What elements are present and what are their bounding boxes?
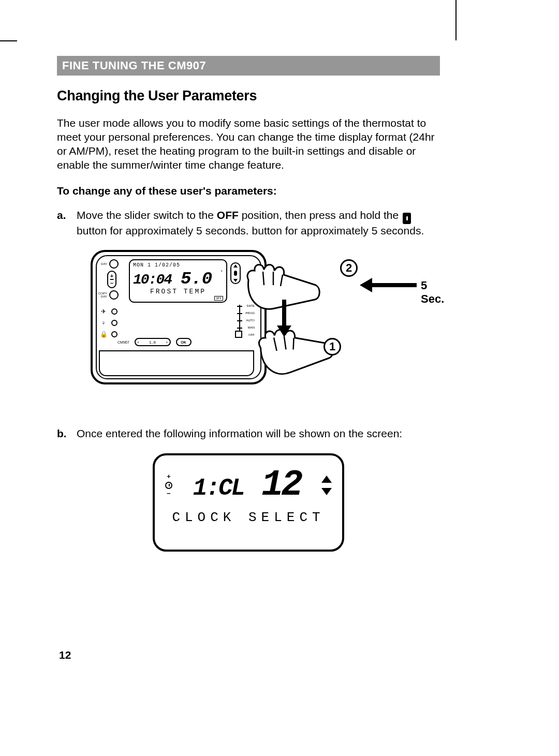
slider-knob	[235, 331, 242, 338]
time-adjust-icon: + −	[165, 473, 172, 498]
chevron-left-icon: ‹	[138, 340, 139, 345]
minus-icon: −	[167, 490, 171, 498]
triangle-up-icon	[321, 476, 332, 483]
lead-in: To change any of these user's parameters…	[57, 185, 440, 197]
manual-page: FINE TUNING THE CM907 Changing the User …	[0, 0, 559, 756]
nav-pill: ‹ 1..6 ›	[135, 338, 171, 346]
plus-minus-pill: +−	[107, 271, 116, 288]
up-down-arrows	[321, 476, 332, 495]
clock-icon	[165, 482, 172, 489]
steps-list: a. Move the slider switch to the OFF pos…	[57, 209, 440, 238]
copy-day-button: COPY DAY	[98, 290, 127, 300]
callout-1: 1	[323, 338, 341, 355]
text-run: Move the slider switch to the	[77, 209, 217, 221]
arrow-down-icon	[277, 300, 291, 337]
callout-2: 2	[340, 259, 358, 277]
info-button-icon	[403, 213, 411, 224]
step-text: Move the slider switch to the OFF positi…	[77, 209, 440, 238]
thermometer-icon	[234, 271, 237, 276]
step-marker: b.	[57, 427, 71, 441]
step-b: b. Once entered the following informatio…	[57, 427, 440, 441]
bold-off: OFF	[217, 209, 239, 221]
day-label: DAY	[98, 262, 107, 265]
arrow-left-icon	[360, 278, 417, 292]
lock-icon: 🔒	[100, 331, 107, 338]
degree-icon: °	[220, 270, 223, 275]
front-flap	[99, 350, 254, 376]
page-number: 12	[59, 649, 71, 661]
slider-label: AUTO	[246, 319, 255, 322]
plus-icon: +	[167, 473, 171, 481]
party-icon: ♀	[100, 319, 107, 327]
chevron-right-icon: ›	[166, 340, 168, 345]
step-a: a. Move the slider switch to the OFF pos…	[57, 209, 440, 238]
ring-icon	[109, 259, 119, 269]
step-marker: a.	[57, 209, 71, 238]
section-bar: FINE TUNING THE CM907	[57, 56, 440, 76]
crop-mark	[455, 0, 457, 40]
lcd-temp: 5.0	[181, 269, 212, 289]
left-buttons: DAY +− COPY DAY	[98, 259, 127, 302]
lcd-time: 10:04	[133, 272, 171, 288]
step-text: Once entered the following information w…	[77, 427, 440, 441]
param-code: 1:CL	[193, 475, 244, 502]
thermostat-body: DAY +− COPY DAY ✈ ♀ 🔒	[91, 250, 267, 384]
intro-paragraph: The user mode allows you to modify some …	[57, 116, 440, 172]
param-label: CLOCK SELECT	[165, 510, 332, 525]
lcd-off-tag: OFF	[214, 296, 223, 301]
content-area: FINE TUNING THE CM907 Changing the User …	[57, 56, 440, 552]
ring-icon	[109, 290, 119, 300]
bottom-controls: CM907 ‹ 1..6 › OK	[117, 338, 192, 346]
time-buttons: +−	[107, 271, 127, 288]
triangle-up-icon	[233, 264, 238, 268]
temp-up-down	[230, 262, 241, 284]
text-run: button for approximately 5 seconds. butt…	[77, 225, 424, 236]
day-button: DAY	[98, 259, 127, 269]
vacation-icon: ✈	[100, 308, 107, 315]
mode-icons: ✈ ♀ 🔒	[100, 308, 117, 338]
model-label: CM907	[117, 340, 129, 344]
lcd-screen: MON 1 1/02/05 10:04 5.0 ° FROST TEMP OFF	[129, 259, 227, 303]
hold-duration-label: 5 Sec.	[421, 279, 444, 306]
steps-list: b. Once entered the following informatio…	[57, 427, 440, 441]
triangle-down-icon	[233, 279, 238, 282]
figure-device: DAY +− COPY DAY ✈ ♀ 🔒	[91, 250, 427, 405]
section-heading: Changing the User Parameters	[57, 88, 440, 104]
copy-day-label: COPY DAY	[98, 292, 107, 298]
figure-screen: + − 1:CL 12 CLOCK SELECT	[153, 453, 344, 552]
lcd-subtitle: FROST TEMP	[133, 288, 223, 295]
crop-mark	[0, 40, 17, 41]
ok-button: OK	[176, 338, 192, 346]
triangle-down-icon	[321, 488, 332, 495]
lcd-date: MON 1 1/02/05	[133, 262, 223, 268]
param-value: 12	[261, 465, 301, 506]
nav-mid: 1..6	[149, 340, 156, 345]
text-run: position, then press and hold the	[239, 209, 402, 221]
